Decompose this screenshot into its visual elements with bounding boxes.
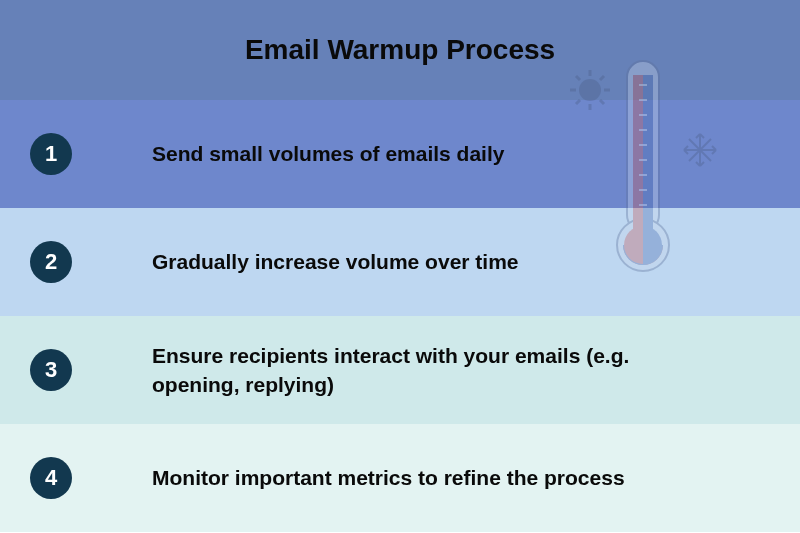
step-badge-1: 1 [30,133,72,175]
step-text-1: Send small volumes of emails daily [152,139,504,168]
step-badge-4: 4 [30,457,72,499]
step-text-3: Ensure recipients interact with your ema… [152,341,682,400]
header: Email Warmup Process [0,0,800,100]
step-row-1: 1 Send small volumes of emails daily [0,100,800,208]
step-text-2: Gradually increase volume over time [152,247,519,276]
step-badge-3: 3 [30,349,72,391]
page-title: Email Warmup Process [245,34,555,66]
step-badge-2: 2 [30,241,72,283]
step-row-4: 4 Monitor important metrics to refine th… [0,424,800,532]
step-row-2: 2 Gradually increase volume over time [0,208,800,316]
step-row-3: 3 Ensure recipients interact with your e… [0,316,800,424]
step-text-4: Monitor important metrics to refine the … [152,463,625,492]
